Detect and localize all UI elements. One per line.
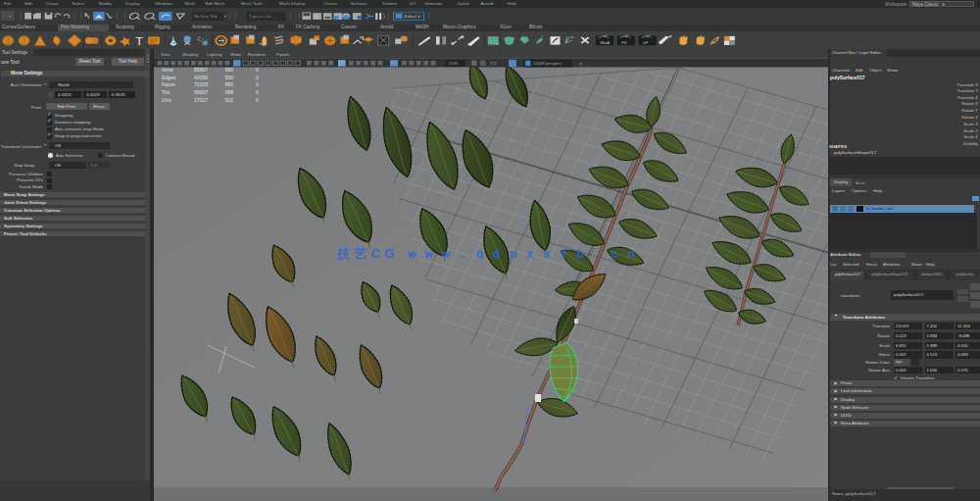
svg-text:0: 0: [256, 97, 259, 103]
svg-text:85807: 85807: [194, 67, 208, 73]
svg-text:890: 890: [225, 81, 234, 87]
svg-text:Verts: Verts: [162, 67, 173, 73]
svg-text:4096: 4096: [449, 61, 459, 66]
svg-text:Type-in abs ⌄: Type-in abs ⌄: [249, 15, 276, 19]
svg-text:688: 688: [225, 89, 234, 95]
svg-text:MtoA: MtoA: [600, 41, 610, 45]
svg-text:T: T: [135, 34, 143, 46]
svg-text:930: 930: [225, 75, 234, 80]
svg-text:×: ×: [579, 61, 582, 67]
svg-text:69607: 69607: [194, 89, 208, 95]
svg-text:Renderer: Renderer: [248, 52, 267, 57]
svg-text:70205: 70205: [194, 81, 208, 87]
svg-text:Lighting: Lighting: [207, 52, 222, 57]
svg-text:Select ▾: Select ▾: [404, 15, 421, 19]
svg-text:43059: 43059: [194, 75, 208, 80]
svg-text:View: View: [161, 52, 171, 57]
svg-text:技艺CG ｗｗｗ．ｑｄｎｘｘｆｂ．ｃｎ: 技艺CG ｗｗｗ．ｑｄｎｘｘｆｂ．ｃｎ: [336, 246, 642, 261]
svg-text:0: 0: [256, 81, 259, 87]
svg-text:Tris: Tris: [162, 89, 171, 95]
svg-text:Show: Show: [230, 52, 242, 57]
svg-text:0: 0: [256, 67, 259, 73]
svg-text:Faces: Faces: [162, 81, 175, 87]
svg-text:s: s: [496, 41, 498, 46]
svg-text:0: 0: [256, 89, 259, 95]
svg-text:): ): [383, 14, 385, 19]
svg-text:No Live Srfc: No Live Srfc: [194, 15, 218, 19]
svg-text:nP: nP: [643, 41, 649, 45]
svg-text:Shading: Shading: [182, 52, 199, 57]
svg-text:Edges: Edges: [162, 75, 176, 80]
svg-text:1:2: 1:2: [490, 61, 497, 66]
svg-text:14528 perspect: 14528 perspect: [533, 61, 563, 66]
svg-text:680: 680: [225, 67, 234, 73]
svg-text:17017: 17017: [194, 97, 208, 103]
svg-text:UVs: UVs: [162, 97, 172, 103]
svg-text:-: -: [9, 13, 11, 18]
svg-text:502: 502: [225, 97, 234, 103]
svg-text:FX: FX: [621, 41, 627, 45]
svg-text:Panels: Panels: [276, 52, 290, 57]
svg-text:0: 0: [256, 75, 259, 80]
